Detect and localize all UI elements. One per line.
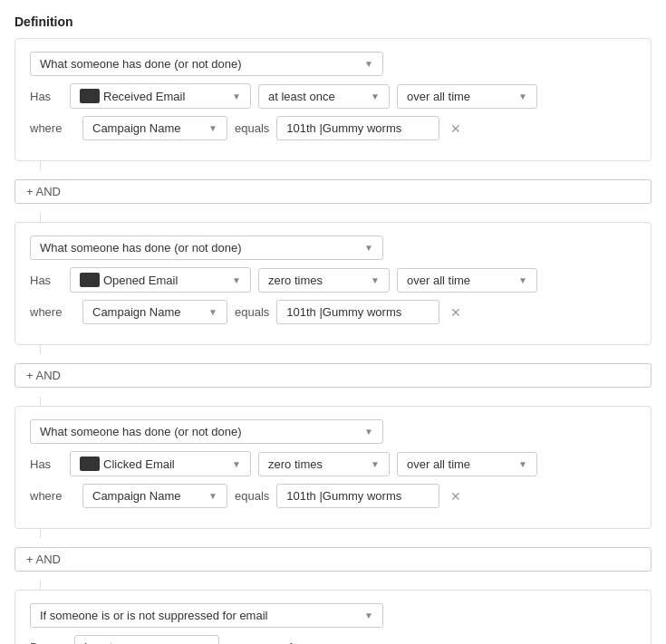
definition-section: Definition What someone has done (or not… xyxy=(14,14,652,644)
campaign-value-input-1[interactable] xyxy=(276,116,439,140)
suppression-block: If someone is or is not suppressed for e… xyxy=(14,590,652,644)
and-button-1[interactable]: + AND xyxy=(14,179,652,204)
email-icon-3 xyxy=(80,457,100,471)
chevron-down-icon: ▼ xyxy=(518,459,527,469)
clear-icon-1[interactable]: ✕ xyxy=(450,121,461,136)
campaign-name-select-2[interactable]: Campaign Name ▼ xyxy=(82,300,227,324)
frequency-select-1[interactable]: at least once ▼ xyxy=(258,84,390,109)
and-connector-3: + AND xyxy=(14,529,652,590)
frequency-select-2[interactable]: zero times ▼ xyxy=(258,268,390,293)
where-row-3: where Campaign Name ▼ equals ✕ xyxy=(30,484,636,508)
event-select-3[interactable]: Clicked Email ▼ xyxy=(70,451,251,476)
timeframe-select-1[interactable]: over all time ▼ xyxy=(397,84,537,109)
and-button-3[interactable]: + AND xyxy=(14,547,652,572)
campaign-value-input-2[interactable] xyxy=(276,300,439,324)
chevron-down-icon: ▼ xyxy=(371,91,380,101)
chevron-down-icon: ▼ xyxy=(364,59,373,69)
what-done-select-2[interactable]: What someone has done (or not done) ▼ xyxy=(30,235,383,260)
where-label-1: where xyxy=(30,121,75,135)
has-label-3: Has xyxy=(30,457,63,471)
event-select-1[interactable]: Received Email ▼ xyxy=(70,83,251,109)
timeframe-label-3: over all time xyxy=(407,457,470,471)
frequency-label-2: zero times xyxy=(268,274,323,287)
what-done-row-3: What someone has done (or not done) ▼ xyxy=(30,419,636,444)
and-connector-2: + AND xyxy=(14,345,652,406)
and-connector-1: + AND xyxy=(14,161,652,222)
is-not-label: is not xyxy=(84,640,112,644)
what-done-label-2: What someone has done (or not done) xyxy=(40,241,242,255)
campaign-field-label-2: Campaign Name xyxy=(92,305,181,319)
suppression-select[interactable]: If someone is or is not suppressed for e… xyxy=(30,603,383,628)
where-row-2: where Campaign Name ▼ equals ✕ xyxy=(30,300,636,324)
connector-line-2 xyxy=(40,213,41,222)
what-done-label-3: What someone has done (or not done) xyxy=(40,425,242,438)
frequency-select-3[interactable]: zero times ▼ xyxy=(258,452,390,476)
clear-icon-3[interactable]: ✕ xyxy=(450,489,461,504)
person-label: Person xyxy=(30,640,67,644)
campaign-name-select-1[interactable]: Campaign Name ▼ xyxy=(82,116,227,140)
chevron-down-icon: ▼ xyxy=(208,491,217,501)
chevron-down-icon: ▼ xyxy=(364,427,373,437)
what-done-label-1: What someone has done (or not done) xyxy=(40,57,242,71)
where-label-2: where xyxy=(30,305,75,319)
chevron-down-icon: ▼ xyxy=(208,307,217,317)
what-done-row-1: What someone has done (or not done) ▼ xyxy=(30,52,636,76)
suppression-select-row: If someone is or is not suppressed for e… xyxy=(30,603,636,628)
frequency-label-1: at least once xyxy=(268,90,335,103)
equals-label-1: equals xyxy=(235,121,269,135)
is-not-select[interactable]: is not ▼ xyxy=(74,635,219,644)
where-label-3: where xyxy=(30,489,75,503)
section-title: Definition xyxy=(14,14,652,29)
chevron-down-icon: ▼ xyxy=(364,610,373,620)
chevron-down-icon: ▼ xyxy=(232,275,241,285)
chevron-down-icon: ▼ xyxy=(364,243,373,253)
suppression-label: If someone is or is not suppressed for e… xyxy=(40,609,267,622)
connector-line-5 xyxy=(40,529,41,538)
campaign-field-label-3: Campaign Name xyxy=(92,489,181,503)
email-icon-1 xyxy=(80,89,100,103)
timeframe-select-2[interactable]: over all time ▼ xyxy=(397,268,537,293)
event-label-2: Opened Email xyxy=(103,274,178,287)
has-row-2: Has Opened Email ▼ zero times ▼ over all… xyxy=(30,267,636,293)
chevron-down-icon: ▼ xyxy=(232,91,241,101)
timeframe-label-1: over all time xyxy=(407,90,470,103)
frequency-label-3: zero times xyxy=(268,457,323,471)
chevron-down-icon: ▼ xyxy=(371,275,380,285)
connector-line-4 xyxy=(40,397,41,406)
campaign-name-select-3[interactable]: Campaign Name ▼ xyxy=(82,484,227,508)
has-label-1: Has xyxy=(30,90,63,103)
connector-line-6 xyxy=(40,581,41,590)
person-row: Person is not ▼ suppressed xyxy=(30,635,636,644)
condition-block-3: What someone has done (or not done) ▼ Ha… xyxy=(14,406,652,529)
suppressed-text: suppressed xyxy=(227,640,293,644)
chevron-down-icon: ▼ xyxy=(371,459,380,469)
what-done-select-3[interactable]: What someone has done (or not done) ▼ xyxy=(30,419,383,444)
chevron-down-icon: ▼ xyxy=(208,123,217,133)
chevron-down-icon: ▼ xyxy=(232,459,241,469)
equals-label-2: equals xyxy=(235,305,269,319)
has-row-1: Has Received Email ▼ at least once ▼ ove… xyxy=(30,83,636,109)
timeframe-select-3[interactable]: over all time ▼ xyxy=(397,452,537,476)
campaign-field-label-1: Campaign Name xyxy=(92,121,181,135)
clear-icon-2[interactable]: ✕ xyxy=(450,305,461,320)
campaign-value-input-3[interactable] xyxy=(276,484,439,508)
condition-block-2: What someone has done (or not done) ▼ Ha… xyxy=(14,222,652,345)
timeframe-label-2: over all time xyxy=(407,274,470,287)
has-row-3: Has Clicked Email ▼ zero times ▼ over al… xyxy=(30,451,636,476)
what-done-select-1[interactable]: What someone has done (or not done) ▼ xyxy=(30,52,383,76)
has-label-2: Has xyxy=(30,274,63,287)
event-label-3: Clicked Email xyxy=(103,457,175,471)
connector-line-1 xyxy=(40,161,41,170)
equals-label-3: equals xyxy=(235,489,269,503)
event-label-1: Received Email xyxy=(103,90,185,103)
event-select-2[interactable]: Opened Email ▼ xyxy=(70,267,251,293)
chevron-down-icon: ▼ xyxy=(518,91,527,101)
connector-line-3 xyxy=(40,345,41,354)
what-done-row-2: What someone has done (or not done) ▼ xyxy=(30,235,636,260)
where-row-1: where Campaign Name ▼ equals ✕ xyxy=(30,116,636,140)
condition-block-1: What someone has done (or not done) ▼ Ha… xyxy=(14,38,652,161)
chevron-down-icon: ▼ xyxy=(518,275,527,285)
email-icon-2 xyxy=(80,273,100,287)
and-button-2[interactable]: + AND xyxy=(14,363,652,388)
